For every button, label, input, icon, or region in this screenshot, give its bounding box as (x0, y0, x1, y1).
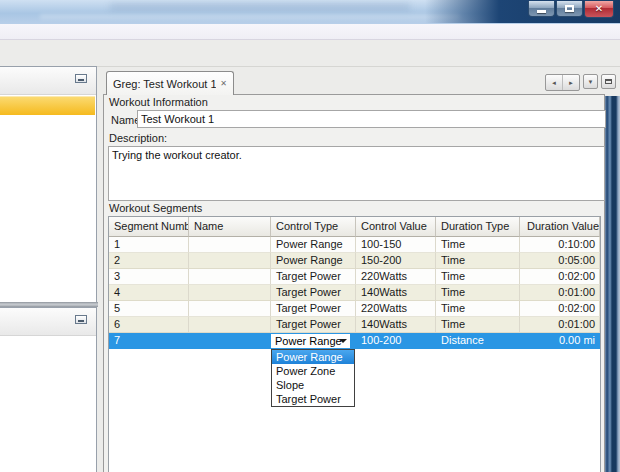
segment-row-2[interactable]: 2Power Range150-200Time0:05:00 (109, 253, 600, 269)
cell-duration-value[interactable]: 0.00 mi (520, 333, 600, 349)
cell-duration-type[interactable]: Time (436, 269, 520, 285)
cell-duration-value[interactable]: 0:02:00 (520, 301, 600, 317)
cell-control-type[interactable]: Target Power (271, 317, 356, 333)
dropdown-option-slope[interactable]: Slope (272, 378, 354, 392)
cell-segment-number[interactable]: 6 (109, 317, 189, 333)
window-minimize-button[interactable] (528, 1, 555, 17)
app-window: ✕ Greg: Test Workout 1 ✕ ◄ ► ▼ Workout (0, 0, 620, 472)
segments-grid-header: Segment Number Name Control Type Control… (109, 217, 600, 237)
left-panel-bottom (0, 307, 97, 472)
cell-segment-number[interactable]: 2 (109, 253, 189, 269)
maximize-panel-button[interactable] (601, 74, 616, 89)
cell-name[interactable] (189, 301, 271, 317)
cell-control-type[interactable]: Power Range (271, 237, 356, 253)
workout-editor-panel: Workout Information Name: Description: T… (103, 94, 605, 472)
tab-close-icon[interactable]: ✕ (216, 79, 227, 88)
window-close-button[interactable]: ✕ (584, 1, 614, 18)
column-header-duration-type[interactable]: Duration Type (436, 217, 520, 237)
control-type-dropdown: Power RangePower ZoneSlopeTarget Power (271, 349, 355, 407)
tab-list-dropdown-button[interactable]: ▼ (583, 74, 598, 89)
cell-duration-type[interactable]: Time (436, 253, 520, 269)
cell-control-type[interactable]: Power Range (271, 253, 356, 269)
cell-segment-number[interactable]: 3 (109, 269, 189, 285)
title-bar: ✕ (0, 0, 620, 24)
column-header-control-type[interactable]: Control Type (271, 217, 356, 237)
window-right-border (604, 96, 620, 472)
left-panel-top (0, 66, 97, 303)
cell-control-value[interactable]: 220Watts (356, 269, 436, 285)
cell-control-value[interactable]: 220Watts (356, 301, 436, 317)
tab-workout[interactable]: Greg: Test Workout 1 ✕ (106, 71, 234, 95)
selected-list-item[interactable] (0, 96, 95, 115)
cell-duration-type[interactable]: Time (436, 317, 520, 333)
left-panel-bottom-header[interactable] (0, 308, 96, 336)
left-panel-top-header[interactable] (0, 67, 96, 95)
tab-navigation-buttons: ◄ ► ▼ (545, 74, 616, 91)
window-controls: ✕ (527, 1, 614, 18)
minimize-icon (537, 10, 546, 13)
dropdown-option-power-zone[interactable]: Power Zone (272, 364, 354, 378)
cell-control-value[interactable]: 100-150 (356, 237, 436, 253)
cell-duration-value[interactable]: 0:10:00 (520, 237, 600, 253)
workout-description-textarea[interactable]: Trying the workout creator. (108, 146, 605, 201)
cell-duration-value[interactable]: 0:01:00 (520, 285, 600, 301)
cell-control-value[interactable]: 150-200 (356, 253, 436, 269)
cell-name[interactable] (189, 317, 271, 333)
cell-control-type[interactable]: Target Power (271, 269, 356, 285)
cell-duration-value[interactable]: 0:02:00 (520, 269, 600, 285)
restore-icon (605, 79, 612, 84)
segment-row-3[interactable]: 3Target Power220WattsTime0:02:00 (109, 269, 600, 285)
segments-grid: Segment Number Name Control Type Control… (108, 216, 601, 472)
scroll-tabs-right-button[interactable]: ► (563, 75, 579, 90)
cell-duration-value[interactable]: 0:05:00 (520, 253, 600, 269)
cell-name[interactable] (189, 285, 271, 301)
cell-control-value[interactable]: 100-200 (356, 333, 436, 349)
close-icon: ✕ (595, 4, 603, 14)
chevron-down-icon[interactable] (339, 339, 347, 343)
description-label: Description: (109, 132, 167, 144)
cell-name[interactable] (189, 269, 271, 285)
dropdown-option-power-range[interactable]: Power Range (272, 350, 354, 364)
cell-segment-number[interactable]: 1 (109, 237, 189, 253)
column-header-name[interactable]: Name (189, 217, 271, 237)
cell-duration-type[interactable]: Time (436, 301, 520, 317)
segment-row-4[interactable]: 4Target Power140WattsTime0:01:00 (109, 285, 600, 301)
cell-duration-type[interactable]: Time (436, 285, 520, 301)
tab-title: Greg: Test Workout 1 (113, 78, 216, 90)
scroll-tabs-left-button[interactable]: ◄ (546, 75, 563, 90)
column-header-segment-number[interactable]: Segment Number (109, 217, 189, 237)
cell-control-value[interactable]: 140Watts (356, 317, 436, 333)
cell-duration-type[interactable]: Distance (436, 333, 520, 349)
collapse-panel-icon[interactable] (75, 315, 87, 324)
menu-bar (0, 24, 620, 40)
column-header-control-value[interactable]: Control Value (356, 217, 436, 237)
cell-name[interactable] (189, 237, 271, 253)
collapse-panel-icon[interactable] (75, 74, 87, 83)
cell-control-type[interactable]: Target Power (271, 301, 356, 317)
cell-segment-number[interactable]: 5 (109, 301, 189, 317)
cell-name[interactable] (189, 253, 271, 269)
cell-name[interactable] (189, 333, 271, 349)
window-maximize-button[interactable] (556, 1, 583, 17)
tab-scroll-buttons: ◄ ► (545, 74, 580, 91)
cell-segment-number[interactable]: 4 (109, 285, 189, 301)
segment-row-1[interactable]: 1Power Range100-150Time0:10:00 (109, 237, 600, 253)
workout-name-input[interactable] (137, 110, 606, 128)
cell-duration-type[interactable]: Time (436, 237, 520, 253)
cell-duration-value[interactable]: 0:01:00 (520, 317, 600, 333)
titlebar-blur-decoration (40, 14, 460, 19)
dropdown-option-target-power[interactable]: Target Power (272, 392, 354, 406)
segment-row-7[interactable]: 7Power Range100-200Distance0.00 mi (109, 333, 600, 349)
cell-control-value[interactable]: 140Watts (356, 285, 436, 301)
titlebar-blur-decoration (110, 3, 410, 11)
segment-row-5[interactable]: 5Target Power220WattsTime0:02:00 (109, 301, 600, 317)
cell-control-type[interactable]: Power Range (271, 333, 356, 349)
combobox-value: Power Range (275, 334, 342, 349)
cell-control-type[interactable]: Target Power (271, 285, 356, 301)
segment-row-6[interactable]: 6Target Power140WattsTime0:01:00 (109, 317, 600, 333)
cell-segment-number[interactable]: 7 (109, 333, 189, 349)
column-header-duration-value[interactable]: Duration Value (520, 217, 600, 237)
maximize-icon (565, 5, 574, 12)
segments-table-body: 1Power Range100-150Time0:10:002Power Ran… (109, 237, 600, 349)
control-type-combobox[interactable]: Power Range (271, 334, 350, 348)
